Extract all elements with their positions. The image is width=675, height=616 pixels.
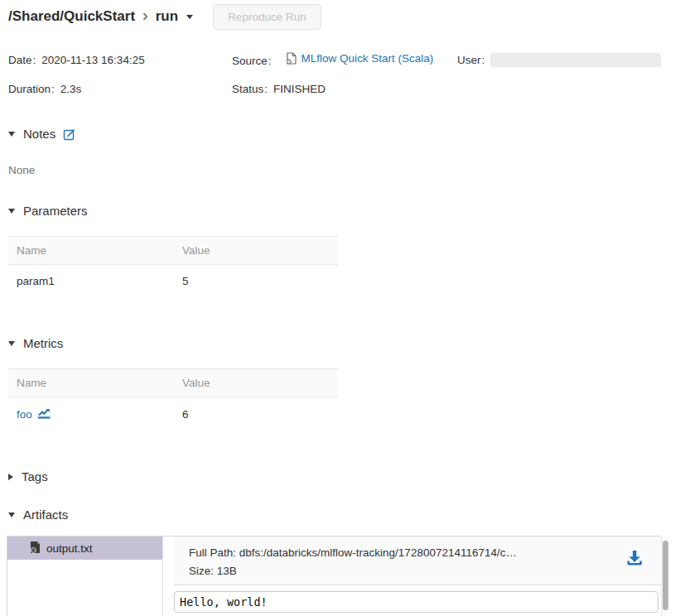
metrics-section-title: Metrics bbox=[23, 336, 63, 350]
artifact-tree-item-output-txt[interactable]: output.txt bbox=[7, 537, 162, 560]
artifacts-section-header[interactable]: Artifacts bbox=[0, 508, 675, 522]
run-title: run bbox=[156, 8, 178, 25]
header: /Shared/QuickStart › run Reproduce Run bbox=[0, 0, 675, 33]
metrics-section-header[interactable]: Metrics bbox=[0, 336, 675, 350]
notes-section-header[interactable]: Notes bbox=[0, 127, 675, 141]
parameters-section-title: Parameters bbox=[23, 204, 88, 218]
date-value: 2020-11-13 16:34:25 bbox=[41, 54, 144, 66]
source-field: Source: MLflow Quick Start (Scala) bbox=[232, 52, 457, 67]
table-row: foo 6 bbox=[8, 397, 338, 432]
duration-value: 2.3s bbox=[60, 83, 82, 95]
status-value: FINISHED bbox=[273, 83, 325, 95]
metric-value: 6 bbox=[174, 397, 338, 432]
source-link[interactable]: MLflow Quick Start (Scala) bbox=[301, 52, 434, 65]
notes-collapse-caret-icon[interactable] bbox=[8, 132, 15, 137]
parameter-value: 5 bbox=[174, 265, 338, 298]
metrics-collapse-caret-icon[interactable] bbox=[8, 341, 15, 346]
breadcrumb-experiment[interactable]: /Shared/QuickStart bbox=[8, 8, 135, 25]
status-field: Status:FINISHED bbox=[232, 83, 457, 95]
artifact-tree: output.txt bbox=[7, 537, 163, 616]
file-code-icon bbox=[30, 541, 41, 556]
tags-section-title: Tags bbox=[22, 469, 48, 484]
table-row: param1 5 bbox=[8, 265, 338, 298]
artifact-file-name: output.txt bbox=[46, 542, 93, 555]
run-detail-page: /Shared/QuickStart › run Reproduce Run D… bbox=[0, 0, 675, 616]
metrics-header-row: Name Value bbox=[8, 369, 338, 397]
edit-notes-icon[interactable] bbox=[63, 128, 76, 141]
parameters-section-header[interactable]: Parameters bbox=[0, 204, 675, 218]
user-field: User: bbox=[457, 53, 675, 67]
metric-link-foo[interactable]: foo bbox=[17, 407, 51, 421]
artifact-size: Size: 13B bbox=[189, 565, 611, 578]
metric-name: foo bbox=[17, 408, 32, 421]
tags-expand-caret-icon[interactable] bbox=[8, 474, 13, 480]
artifact-scrollbar[interactable] bbox=[661, 537, 668, 616]
notes-section-title: Notes bbox=[23, 127, 55, 141]
notes-content: None bbox=[0, 164, 675, 176]
artifact-details-header: Full Path: dbfs:/databricks/mlflow-track… bbox=[174, 537, 661, 585]
metrics-col-name: Name bbox=[8, 369, 174, 397]
artifacts-section-title: Artifacts bbox=[23, 508, 68, 522]
metrics-table: Name Value foo 6 bbox=[8, 368, 338, 431]
artifact-text-preview: Hello, world! bbox=[174, 591, 658, 613]
parameters-header-row: Name Value bbox=[8, 237, 338, 265]
metrics-col-value: Value bbox=[174, 369, 338, 397]
duration-field: Duration:2.3s bbox=[0, 83, 232, 95]
breadcrumb-separator-icon: › bbox=[142, 7, 148, 23]
parameter-name: param1 bbox=[8, 265, 174, 298]
scrollbar-thumb[interactable] bbox=[663, 541, 668, 610]
source-label: Source bbox=[232, 55, 268, 67]
line-chart-icon bbox=[37, 407, 51, 421]
date-field: Date:2020-11-13 16:34:25 bbox=[0, 54, 232, 66]
download-artifact-button[interactable] bbox=[624, 548, 644, 571]
artifact-full-path-value: dbfs:/databricks/mlflow-tracking/1728007… bbox=[239, 546, 517, 559]
artifact-details: Full Path: dbfs:/databricks/mlflow-track… bbox=[174, 537, 661, 616]
download-icon bbox=[624, 559, 644, 571]
artifacts-collapse-caret-icon[interactable] bbox=[8, 513, 15, 517]
parameters-table: Name Value param1 5 bbox=[8, 236, 338, 297]
artifact-full-path: Full Path: dbfs:/databricks/mlflow-track… bbox=[189, 546, 611, 560]
user-redacted-value bbox=[490, 53, 661, 67]
notebook-icon bbox=[285, 52, 297, 65]
artifact-viewer: output.txt Full Path: dbfs:/databricks/m… bbox=[7, 536, 661, 616]
parameters-col-name: Name bbox=[8, 237, 174, 265]
parameters-col-value: Value bbox=[174, 237, 338, 265]
meta-row-1: Date:2020-11-13 16:34:25 Source: MLflow … bbox=[0, 52, 675, 67]
artifact-size-value: 13B bbox=[217, 565, 237, 577]
user-label: User bbox=[457, 54, 481, 66]
tags-section-header[interactable]: Tags bbox=[0, 469, 675, 484]
meta-row-2: Duration:2.3s Status:FINISHED bbox=[0, 83, 675, 95]
run-dropdown-caret-icon[interactable] bbox=[186, 15, 193, 19]
status-label: Status bbox=[232, 83, 263, 95]
reproduce-run-button[interactable]: Reproduce Run bbox=[213, 4, 321, 30]
parameters-collapse-caret-icon[interactable] bbox=[8, 209, 15, 214]
duration-label: Duration bbox=[8, 83, 51, 95]
date-label: Date bbox=[8, 54, 32, 66]
